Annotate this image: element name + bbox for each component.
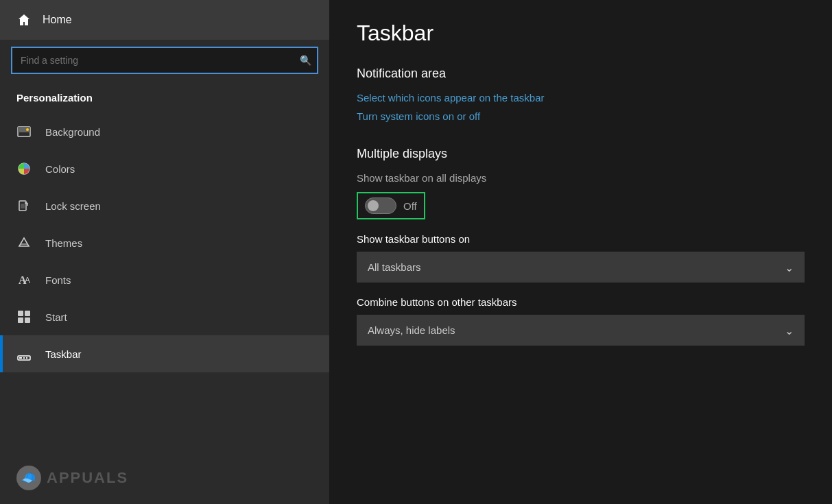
colors-icon <box>16 161 32 176</box>
lock-screen-label: Lock screen <box>45 200 101 212</box>
themes-label: Themes <box>45 237 82 249</box>
svg-point-2 <box>26 128 29 131</box>
sidebar-home-item[interactable]: Home <box>0 0 329 40</box>
lock-screen-icon <box>16 198 32 213</box>
search-wrapper: 🔍 <box>11 47 318 74</box>
search-input[interactable] <box>11 47 318 74</box>
taskbar-icon <box>16 346 32 361</box>
taskbar-label: Taskbar <box>45 348 82 360</box>
combine-buttons-select[interactable]: Always, hide labels When taskbar is full… <box>357 315 805 346</box>
svg-rect-12 <box>25 311 30 316</box>
taskbar-buttons-dropdown-container: Show taskbar buttons on All taskbars Mai… <box>357 233 805 283</box>
sidebar-item-fonts[interactable]: A A Fonts <box>0 261 329 298</box>
multiple-displays-heading: Multiple displays <box>357 147 805 161</box>
svg-rect-18 <box>26 357 27 359</box>
svg-rect-16 <box>19 357 22 359</box>
fonts-label: Fonts <box>45 274 71 286</box>
sidebar-item-start[interactable]: Start <box>0 298 329 335</box>
toggle-state-label: Off <box>403 200 417 212</box>
svg-rect-14 <box>25 317 30 323</box>
combine-buttons-wrapper: Always, hide labels When taskbar is full… <box>357 315 805 346</box>
combine-buttons-label: Combine buttons on other taskbars <box>357 296 805 308</box>
background-label: Background <box>45 126 100 138</box>
sidebar-item-themes[interactable]: Themes <box>0 224 329 261</box>
combine-buttons-dropdown-container: Combine buttons on other taskbars Always… <box>357 296 805 346</box>
taskbar-buttons-select[interactable]: All taskbars Main taskbar and taskbar wh… <box>357 252 805 283</box>
home-label: Home <box>43 14 72 26</box>
svg-rect-17 <box>23 357 25 359</box>
svg-text:A: A <box>25 276 30 285</box>
taskbar-buttons-label: Show taskbar buttons on <box>357 233 805 245</box>
sidebar-item-colors[interactable]: Colors <box>0 150 329 187</box>
background-icon <box>16 124 32 139</box>
svg-rect-13 <box>18 317 23 323</box>
sidebar-item-background[interactable]: Background <box>0 113 329 150</box>
sidebar-section-title: Personalization <box>0 85 329 113</box>
start-label: Start <box>45 311 67 323</box>
watermark-icon: 🧢 <box>16 466 41 490</box>
show-taskbar-toggle[interactable] <box>365 197 396 214</box>
notification-area-heading: Notification area <box>357 67 805 81</box>
toggle-row: Off <box>357 192 805 219</box>
watermark: 🧢 APPUALS <box>0 452 329 504</box>
select-icons-link[interactable]: Select which icons appear on the taskbar <box>357 92 805 104</box>
start-icon <box>16 309 32 324</box>
fonts-icon: A A <box>16 272 32 287</box>
toggle-highlight-box: Off <box>357 192 425 219</box>
main-content: Taskbar Notification area Select which i… <box>329 0 832 504</box>
themes-icon <box>16 235 32 250</box>
svg-rect-5 <box>21 204 25 208</box>
multiple-displays-section: Multiple displays Show taskbar on all di… <box>357 147 805 346</box>
show-taskbar-label: Show taskbar on all displays <box>357 172 805 184</box>
home-icon <box>16 12 32 27</box>
taskbar-buttons-wrapper: All taskbars Main taskbar and taskbar wh… <box>357 252 805 283</box>
sidebar-item-taskbar[interactable]: Taskbar <box>0 335 329 372</box>
svg-rect-11 <box>18 311 23 316</box>
sidebar: Home 🔍 Personalization Background <box>0 0 329 504</box>
sidebar-item-lock-screen[interactable]: Lock screen <box>0 187 329 224</box>
search-container: 🔍 <box>0 40 329 85</box>
notification-area-section: Notification area Select which icons app… <box>357 67 805 122</box>
turn-system-icons-link[interactable]: Turn system icons on or off <box>357 110 805 122</box>
colors-label: Colors <box>45 163 75 175</box>
page-title: Taskbar <box>357 21 805 46</box>
watermark-text: APPUALS <box>47 469 128 487</box>
